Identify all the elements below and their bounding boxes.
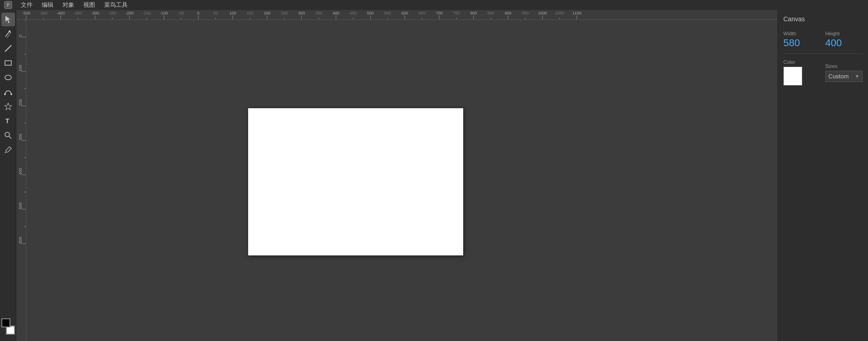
chevron-down-icon: ▼ — [855, 74, 859, 79]
panel-height-label: Height — [825, 31, 863, 36]
select-tool[interactable] — [1, 13, 15, 26]
sizes-dropdown-value: Custom — [829, 73, 849, 80]
svg-rect-8 — [5, 61, 11, 65]
panel-color-label: Color — [783, 59, 821, 65]
canvas-viewport[interactable] — [26, 20, 777, 341]
canvas-white — [248, 108, 463, 255]
menu-rookie-tools[interactable]: 菜鸟工具 — [100, 0, 132, 10]
vector-tool[interactable] — [1, 85, 15, 99]
rect-tool[interactable] — [1, 56, 15, 70]
star-tool[interactable] — [1, 100, 15, 113]
svg-line-3 — [5, 31, 10, 37]
svg-point-14 — [5, 132, 10, 137]
menubar: P 文件 编辑 对象 视图 菜鸟工具 — [0, 0, 868, 10]
ellipse-tool[interactable] — [1, 71, 15, 84]
panel-color-field: Color — [783, 59, 821, 86]
panel-height-value[interactable]: 400 — [825, 38, 863, 48]
text-tool[interactable]: T — [1, 114, 15, 128]
ruler-left — [16, 20, 26, 341]
svg-point-9 — [5, 75, 11, 80]
svg-point-10 — [4, 93, 6, 95]
ruler-left-canvas — [16, 20, 26, 341]
svg-text:T: T — [5, 117, 10, 125]
panel-dimensions-row: Width 580 Height 400 — [783, 31, 863, 48]
ruler-top — [16, 10, 777, 20]
svg-text:P: P — [7, 3, 10, 8]
svg-point-11 — [10, 93, 12, 95]
color-picker-area — [1, 318, 15, 335]
sizes-dropdown[interactable]: Custom ▼ — [825, 71, 863, 82]
panel-width-label: Width — [783, 31, 821, 36]
main-area: T — [0, 10, 868, 341]
canvas-area — [16, 10, 777, 341]
svg-marker-12 — [5, 103, 12, 110]
panel-width-value[interactable]: 580 — [783, 38, 821, 48]
svg-point-6 — [9, 30, 10, 32]
zoom-tool[interactable] — [1, 129, 15, 142]
foreground-color-swatch[interactable] — [1, 318, 10, 327]
menu-edit[interactable]: 编辑 — [37, 0, 58, 10]
panel-sizes-label: Sizes — [825, 63, 863, 69]
panel-color-sizes-row: Color Sizes Custom ▼ — [783, 59, 863, 86]
menu-view[interactable]: 视图 — [79, 0, 100, 10]
draw-tool[interactable] — [1, 27, 15, 41]
toolbar: T — [0, 10, 16, 341]
right-panel: Canvas Width 580 Height 400 Color Sizes … — [777, 10, 868, 341]
content-row — [16, 20, 777, 341]
menu-file[interactable]: 文件 — [16, 0, 37, 10]
canvas-color-swatch[interactable] — [783, 67, 802, 86]
svg-marker-2 — [5, 16, 10, 23]
panel-divider — [783, 53, 863, 54]
ruler-top-canvas — [16, 10, 777, 20]
menu-object[interactable]: 对象 — [58, 0, 79, 10]
svg-line-16 — [5, 152, 6, 153]
panel-width-field: Width 580 — [783, 31, 821, 48]
panel-height-field: Height 400 — [825, 31, 863, 48]
svg-line-5 — [7, 33, 11, 38]
app-logo: P — [2, 0, 14, 10]
panel-sizes-field: Sizes Custom ▼ — [825, 63, 863, 82]
svg-line-15 — [9, 136, 11, 139]
panel-title: Canvas — [783, 15, 863, 23]
eyedropper-tool[interactable] — [1, 143, 15, 157]
svg-line-7 — [5, 45, 11, 52]
line-tool[interactable] — [1, 42, 15, 55]
